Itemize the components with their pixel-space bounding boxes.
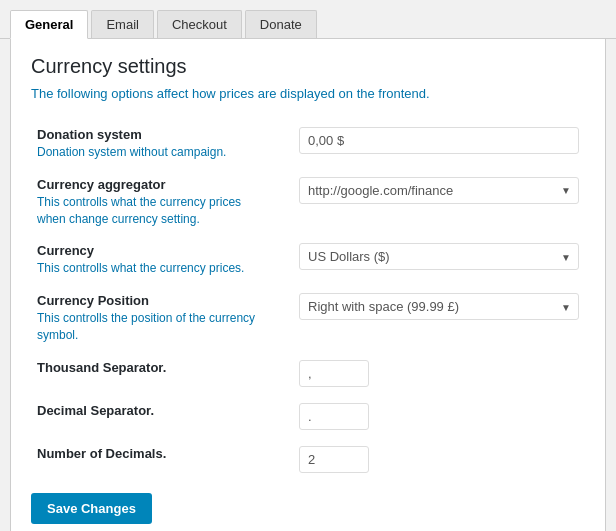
label-cell: Currency This controlls what the currenc… [31,235,293,285]
page-wrap: General Email Checkout Donate Currency s… [0,0,616,531]
label-cell: Number of Decimals. [31,438,293,481]
page-title: Currency settings [31,55,585,78]
input-cell [293,395,585,438]
table-row: Currency This controlls what the currenc… [31,235,585,285]
number-of-decimals-label: Number of Decimals. [37,446,273,461]
currency-position-select[interactable]: Right with space (99.99 £) [299,293,579,320]
currency-aggregator-select-wrap: http://google.com/finance ▼ [299,177,579,204]
donation-system-desc: Donation system without campaign. [37,145,226,159]
nav-tabs: General Email Checkout Donate [0,0,616,39]
currency-select[interactable]: US Dollars ($) [299,243,579,270]
decimal-separator-input[interactable] [299,403,369,430]
input-cell: Right with space (99.99 £) ▼ [293,285,585,352]
currency-position-desc: This controlls the position of the curre… [37,311,255,342]
input-cell [293,438,585,481]
decimal-separator-label: Decimal Separator. [37,403,273,418]
donation-system-label: Donation system [37,127,273,142]
table-row: Decimal Separator. [31,395,585,438]
currency-aggregator-label: Currency aggregator [37,177,273,192]
tab-email[interactable]: Email [91,10,154,38]
table-row: Number of Decimals. [31,438,585,481]
input-cell: US Dollars ($) ▼ [293,235,585,285]
thousand-separator-label: Thousand Separator. [37,360,273,375]
label-cell: Decimal Separator. [31,395,293,438]
currency-select-wrap: US Dollars ($) ▼ [299,243,579,270]
donation-system-input[interactable] [299,127,579,154]
number-of-decimals-input[interactable] [299,446,369,473]
tab-checkout[interactable]: Checkout [157,10,242,38]
currency-label: Currency [37,243,273,258]
label-cell: Currency Position This controlls the pos… [31,285,293,352]
label-cell: Currency aggregator This controlls what … [31,169,293,236]
input-cell [293,119,585,169]
label-cell: Donation system Donation system without … [31,119,293,169]
currency-desc: This controlls what the currency prices. [37,261,244,275]
currency-aggregator-select[interactable]: http://google.com/finance [299,177,579,204]
main-content: Currency settings The following options … [10,39,606,531]
currency-aggregator-desc: This controlls what the currency prices … [37,195,241,226]
tab-donate[interactable]: Donate [245,10,317,38]
table-row: Currency aggregator This controlls what … [31,169,585,236]
page-description: The following options affect how prices … [31,86,585,101]
table-row: Thousand Separator. [31,352,585,395]
thousand-separator-input[interactable] [299,360,369,387]
settings-table: Donation system Donation system without … [31,119,585,481]
input-cell: http://google.com/finance ▼ [293,169,585,236]
input-cell [293,352,585,395]
currency-position-select-wrap: Right with space (99.99 £) ▼ [299,293,579,320]
tab-general[interactable]: General [10,10,88,39]
table-row: Donation system Donation system without … [31,119,585,169]
label-cell: Thousand Separator. [31,352,293,395]
table-row: Currency Position This controlls the pos… [31,285,585,352]
save-changes-button[interactable]: Save Changes [31,493,152,524]
currency-position-label: Currency Position [37,293,273,308]
